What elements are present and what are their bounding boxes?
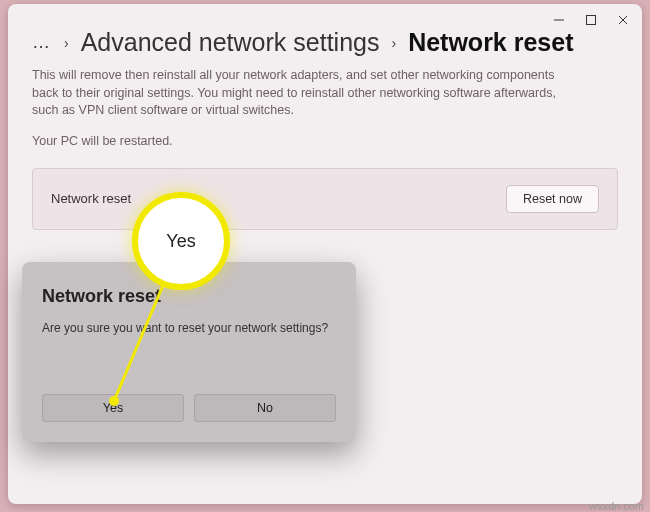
- callout-dot: [109, 396, 119, 406]
- maximize-icon[interactable]: [584, 13, 598, 27]
- dialog-button-row: Yes No: [42, 394, 336, 422]
- chevron-right-icon: ›: [391, 35, 396, 51]
- close-icon[interactable]: [616, 13, 630, 27]
- chevron-right-icon: ›: [64, 35, 69, 51]
- callout-bubble: Yes: [132, 192, 230, 290]
- page-description: This will remove then reinstall all your…: [8, 63, 608, 120]
- network-reset-card: Network reset Reset now: [32, 168, 618, 230]
- svg-rect-1: [587, 16, 596, 25]
- breadcrumb-parent[interactable]: Advanced network settings: [81, 28, 380, 57]
- dialog-message: Are you sure you want to reset your netw…: [42, 321, 336, 335]
- watermark: wsxdn.com: [589, 500, 644, 512]
- no-button[interactable]: No: [194, 394, 336, 422]
- minimize-icon[interactable]: [552, 13, 566, 27]
- callout-text: Yes: [166, 231, 195, 252]
- window-titlebar: [540, 4, 642, 36]
- card-label: Network reset: [51, 191, 131, 206]
- breadcrumb-overflow-icon[interactable]: …: [32, 32, 52, 53]
- reset-now-button[interactable]: Reset now: [506, 185, 599, 213]
- restart-note: Your PC will be restarted.: [8, 120, 642, 148]
